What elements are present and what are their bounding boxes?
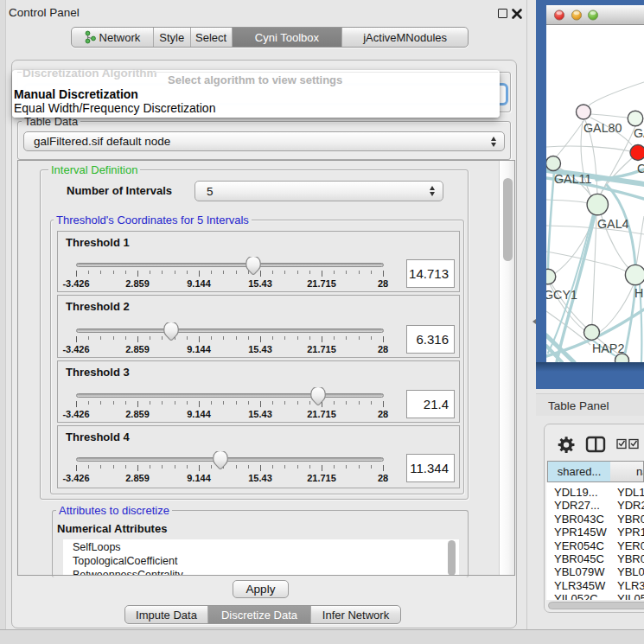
svg-text:H: H xyxy=(634,286,643,300)
svg-text:GAL4: GAL4 xyxy=(597,217,629,231)
svg-text:GAL80: GAL80 xyxy=(583,121,622,135)
svg-text:HAP2: HAP2 xyxy=(592,341,624,355)
svg-text:GA: GA xyxy=(634,126,644,140)
svg-text:GAL11: GAL11 xyxy=(554,172,591,186)
svg-text:C: C xyxy=(637,162,644,175)
svg-text:GCY1: GCY1 xyxy=(546,288,577,302)
